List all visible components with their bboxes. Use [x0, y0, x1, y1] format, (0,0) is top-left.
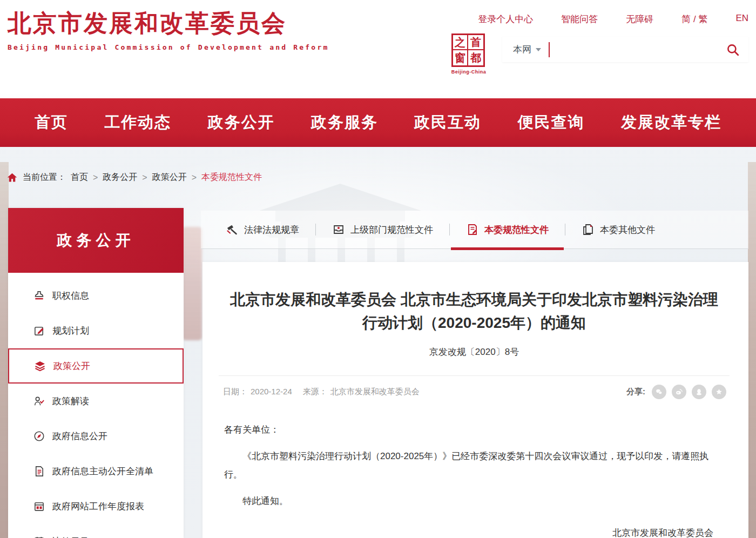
- sidebar-title: 政务公开: [8, 208, 184, 273]
- sidebar-item-label: 政府信息公开: [52, 430, 107, 442]
- breadcrumb-separator: >: [192, 173, 197, 183]
- docs-icon: [582, 223, 595, 236]
- list-doc-icon: [32, 465, 45, 478]
- tab-label: 本委其他文件: [600, 224, 655, 236]
- document-number: 京发改规〔2020〕8号: [219, 346, 730, 358]
- capital-window-seal-logo[interactable]: 之 首 窗 都: [451, 33, 485, 67]
- utility-nav: 登录个人中心 智能问答 无障碍 简 / 繁 EN: [478, 13, 748, 25]
- home-icon: [6, 172, 18, 183]
- sidebar-item-authority-info[interactable]: 职权信息: [8, 278, 184, 313]
- qq-share-button[interactable]: [692, 385, 706, 399]
- tab-label: 上级部门规范性文件: [350, 224, 433, 236]
- salutation: 各有关单位：: [224, 421, 724, 440]
- breadcrumb-label: 当前位置：: [23, 172, 66, 183]
- weibo-share-button[interactable]: [672, 385, 686, 399]
- sidebar-item-website-annual-report[interactable]: 政府网站工作年度报表: [8, 489, 184, 524]
- plan-icon: [32, 325, 45, 338]
- sidebar-item-label: 规划计划: [52, 325, 89, 337]
- doc-pen-icon: [466, 223, 479, 236]
- interpret-icon: [32, 395, 45, 408]
- tab-laws-regulations[interactable]: 法律法规规章: [210, 211, 315, 248]
- sidebar-item-label: 政策公开: [53, 360, 90, 372]
- weibo-icon: [675, 388, 683, 396]
- nav-item-work-news[interactable]: 工作动态: [104, 112, 171, 133]
- tab-commission-normative-docs[interactable]: 本委规范性文件: [450, 211, 565, 248]
- english-link[interactable]: EN: [735, 13, 748, 25]
- simplified-traditional-toggle[interactable]: 简 / 繁: [681, 13, 707, 25]
- stamp-icon: [32, 290, 45, 302]
- seal-char: 首: [468, 35, 483, 50]
- accessibility-link[interactable]: 无障碍: [626, 13, 653, 25]
- favorite-share-button[interactable]: [712, 385, 726, 399]
- site-subtitle: Beijing Municipal Commission of Developm…: [8, 43, 329, 51]
- inbox-icon: [332, 223, 345, 236]
- nav-item-public-interaction[interactable]: 政民互动: [414, 112, 481, 133]
- site-title: 北京市发展和改革委员会: [8, 6, 329, 40]
- sidebar-menu: 职权信息 规划计划 政策公开 政策解读 政府信息公开: [8, 273, 184, 538]
- search-scope-dropdown[interactable]: 本网: [502, 43, 549, 56]
- sidebar-title-text: 政务公开: [57, 230, 135, 251]
- tab-label: 法律法规规章: [244, 224, 299, 236]
- sidebar: 政务公开 职权信息 规划计划 政策公开 政策解读: [8, 208, 184, 538]
- site-logo[interactable]: 北京市发展和改革委员会 Beijing Municipal Commission…: [8, 6, 329, 51]
- compass-icon: [32, 430, 45, 443]
- wechat-icon: [655, 388, 663, 396]
- search-input[interactable]: [550, 37, 717, 62]
- main-content: 法律法规规章 上级部门规范性文件 本委规范性文件 本委其他文件 北京市发展和改革…: [201, 211, 748, 538]
- article-meta: 日期：2020-12-24 来源：北京市发展和改革委员会: [223, 387, 420, 397]
- search-box: 本网: [502, 37, 748, 62]
- breadcrumb-separator: >: [93, 173, 98, 183]
- sidebar-item-proactive-disclosure-list[interactable]: 政府信息主动公开全清单: [8, 454, 184, 489]
- breadcrumb-current: 本委规范性文件: [201, 172, 262, 183]
- sidebar-item-label: 政府网站工作年度报表: [52, 500, 144, 513]
- tab-superior-normative-docs[interactable]: 上级部门规范性文件: [316, 211, 449, 248]
- tab-label: 本委规范性文件: [484, 224, 549, 236]
- paragraph: 《北京市塑料污染治理行动计划（2020-2025年）》已经市委深改委第十四次会议…: [224, 447, 724, 485]
- sidebar-item-decision-catalog[interactable]: 决策目录: [8, 524, 184, 538]
- search-icon: [726, 43, 740, 57]
- sidebar-item-label: 职权信息: [52, 290, 89, 302]
- share-bar: 分享:: [626, 385, 726, 399]
- seal-char: 之: [453, 35, 468, 50]
- nav-item-gov-disclosure[interactable]: 政务公开: [208, 112, 275, 133]
- layers-icon: [33, 360, 46, 373]
- breadcrumb-separator: >: [142, 173, 147, 183]
- sidebar-item-policy-interpretation[interactable]: 政策解读: [8, 384, 184, 419]
- nav-item-gov-services[interactable]: 政务服务: [311, 112, 378, 133]
- source-value: 北京市发展和改革委员会: [330, 387, 420, 397]
- sidebar-item-gov-info-disclosure[interactable]: 政府信息公开: [8, 419, 184, 454]
- sidebar-item-label: 决策目录: [52, 535, 89, 538]
- sidebar-item-planning[interactable]: 规划计划: [8, 313, 184, 348]
- qq-icon: [695, 388, 703, 396]
- seal-char: 窗: [453, 50, 468, 65]
- smart-qa-link[interactable]: 智能问答: [561, 13, 598, 25]
- nav-item-home[interactable]: 首页: [35, 112, 68, 133]
- search-button[interactable]: [717, 43, 748, 57]
- breadcrumb-policy-disclosure[interactable]: 政策公开: [152, 172, 187, 183]
- sidebar-item-label: 政策解读: [52, 395, 89, 407]
- article-title: 北京市发展和改革委员会 北京市生态环境局关于印发北京市塑料污染治理行动计划（20…: [223, 288, 725, 335]
- nav-item-reform-column[interactable]: 发展改革专栏: [621, 112, 721, 133]
- document-category-tabs: 法律法规规章 上级部门规范性文件 本委规范性文件 本委其他文件: [201, 211, 748, 249]
- nav-item-convenience-query[interactable]: 便民查询: [518, 112, 585, 133]
- star-icon: [715, 388, 723, 396]
- gavel-icon: [226, 223, 239, 236]
- breadcrumb-gov-disclosure[interactable]: 政务公开: [103, 172, 137, 183]
- article-panel: 北京市发展和改革委员会 北京市生态环境局关于印发北京市塑料污染治理行动计划（20…: [202, 262, 748, 538]
- site-header: 北京市发展和改革委员会 Beijing Municipal Commission…: [0, 0, 756, 97]
- catalog-icon: [32, 535, 45, 538]
- breadcrumb-home[interactable]: 首页: [71, 172, 88, 183]
- login-personal-center-link[interactable]: 登录个人中心: [478, 13, 533, 25]
- search-scope-label: 本网: [513, 43, 531, 56]
- signature: 北京市发展和改革委员会: [224, 524, 724, 538]
- paragraph: 特此通知。: [224, 492, 724, 511]
- date-label: 日期：: [223, 387, 247, 397]
- sidebar-item-policy-disclosure[interactable]: 政策公开: [8, 348, 184, 384]
- source-label: 来源：: [303, 387, 327, 397]
- primary-nav: 首页 工作动态 政务公开 政务服务 政民互动 便民查询 发展改革专栏: [0, 98, 756, 147]
- seal-caption: Beijing-China: [447, 69, 490, 75]
- chevron-down-icon: [536, 48, 541, 51]
- tab-commission-other-docs[interactable]: 本委其他文件: [565, 211, 671, 248]
- wechat-share-button[interactable]: [652, 385, 666, 399]
- article-body: 各有关单位： 《北京市塑料污染治理行动计划（2020-2025年）》已经市委深改…: [219, 421, 730, 538]
